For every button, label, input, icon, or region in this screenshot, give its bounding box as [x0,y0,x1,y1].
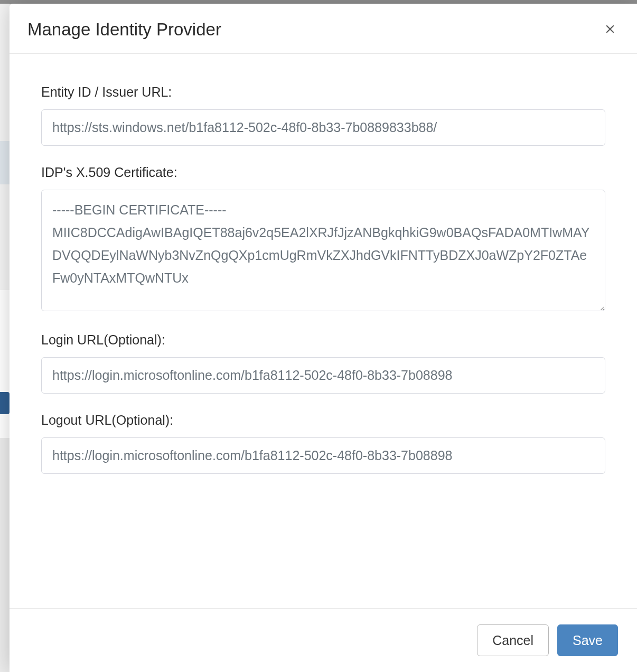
certificate-label: IDP's X.509 Certificate: [41,165,605,180]
login-url-group: Login URL(Optional): [41,332,605,394]
modal-title: Manage Identity Provider [27,20,221,40]
background-strip [0,290,10,438]
close-icon [603,22,617,38]
close-button[interactable] [601,20,619,40]
background-strip [0,4,10,141]
modal-footer: Cancel Save [10,608,637,672]
background-strip [0,141,10,184]
logout-url-label: Logout URL(Optional): [41,413,605,428]
save-button[interactable]: Save [557,624,618,656]
entity-id-input[interactable] [41,109,605,146]
logout-url-input[interactable] [41,437,605,474]
login-url-input[interactable] [41,357,605,394]
certificate-group: IDP's X.509 Certificate: [41,165,605,313]
logout-url-group: Logout URL(Optional): [41,413,605,474]
modal-dialog: Manage Identity Provider Entity ID / Iss… [10,4,637,672]
entity-id-label: Entity ID / Issuer URL: [41,85,605,100]
certificate-textarea[interactable] [41,190,605,311]
login-url-label: Login URL(Optional): [41,332,605,348]
cancel-button[interactable]: Cancel [477,624,549,656]
entity-id-group: Entity ID / Issuer URL: [41,85,605,146]
modal-header: Manage Identity Provider [10,4,637,54]
background-strip [0,184,10,290]
modal-body: Entity ID / Issuer URL: IDP's X.509 Cert… [10,54,637,608]
background-strip [0,392,10,414]
